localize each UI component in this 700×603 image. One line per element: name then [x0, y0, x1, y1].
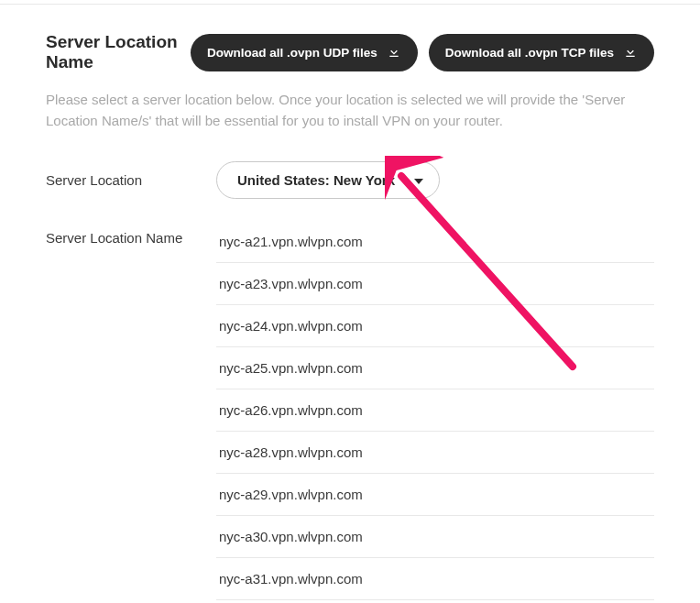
server-list: nyc-a21.vpn.wlvpn.com nyc-a23.vpn.wlvpn.…: [216, 221, 654, 604]
download-udp-label: Download all .ovpn UDP files: [207, 46, 377, 60]
server-item: nyc-a23.vpn.wlvpn.com: [216, 263, 654, 305]
server-item: nyc-a24.vpn.wlvpn.com: [216, 305, 654, 347]
server-item: nyc-a28.vpn.wlvpn.com: [216, 432, 654, 474]
server-location-value: United States: New York: [237, 172, 395, 188]
download-icon: [387, 44, 401, 61]
server-item: nyc-a30.vpn.wlvpn.com: [216, 516, 654, 558]
page-description: Please select a server location below. O…: [46, 89, 654, 132]
server-item: nyc-a31.vpn.wlvpn.com: [216, 558, 654, 600]
download-icon: [623, 44, 638, 61]
download-udp-button[interactable]: Download all .ovpn UDP files: [191, 34, 418, 71]
server-item: nyc-a29.vpn.wlvpn.com: [216, 474, 654, 516]
server-item: nyc-a33.vpn.wlvpn.com: [216, 600, 654, 604]
page-title: Server Location Name: [46, 32, 180, 72]
server-location-label: Server Location: [46, 172, 216, 188]
server-item: nyc-a26.vpn.wlvpn.com: [216, 389, 654, 432]
download-tcp-button[interactable]: Download all .ovpn TCP files: [429, 34, 654, 71]
server-item: nyc-a21.vpn.wlvpn.com: [216, 221, 654, 263]
server-location-name-label: Server Location Name: [46, 221, 216, 246]
server-location-select[interactable]: United States: New York: [216, 161, 440, 199]
download-tcp-label: Download all .ovpn TCP files: [445, 46, 614, 60]
server-item: nyc-a25.vpn.wlvpn.com: [216, 347, 654, 389]
